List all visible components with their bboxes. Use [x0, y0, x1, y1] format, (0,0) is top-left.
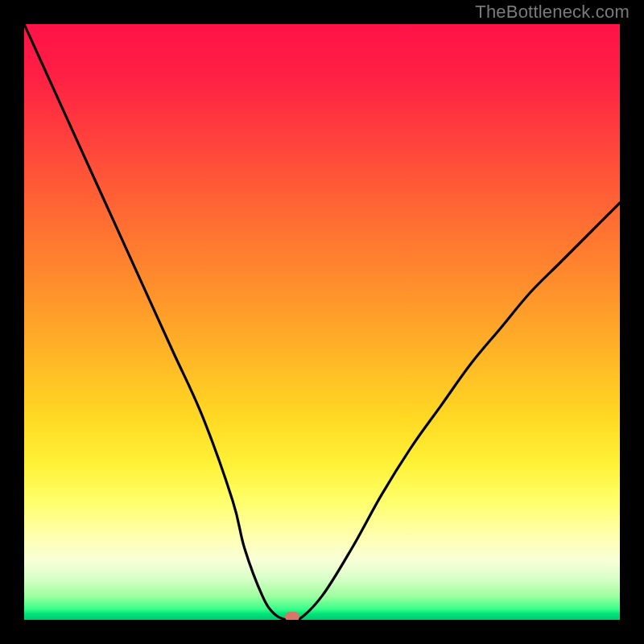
chart-frame: TheBottleneck.com	[0, 0, 644, 644]
plot-area	[24, 24, 620, 620]
optimum-marker	[285, 612, 299, 620]
watermark-text: TheBottleneck.com	[475, 2, 630, 23]
bottleneck-curve	[24, 24, 620, 620]
curve-svg	[24, 24, 620, 620]
